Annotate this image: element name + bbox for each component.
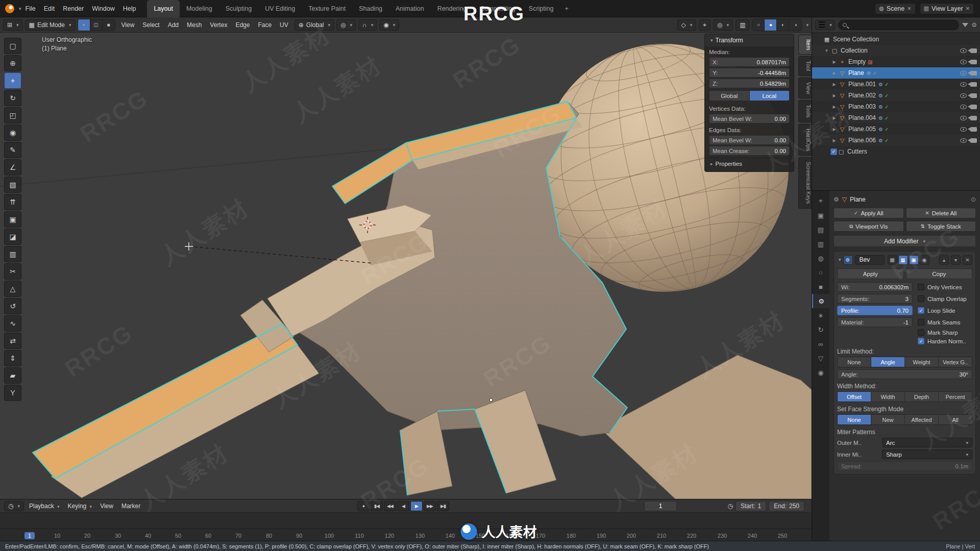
workspace-tab-texture-paint[interactable]: Texture Paint <box>302 0 352 17</box>
editor-type-selector[interactable]: ⊞ ▾ <box>3 19 23 31</box>
end-frame-field[interactable]: End:250 <box>769 501 804 511</box>
segments-field[interactable]: Segments:3 <box>837 294 913 304</box>
properties-tab-physics[interactable]: ↻ <box>812 322 829 337</box>
tool-rotate[interactable]: ↻ <box>4 90 21 106</box>
outliner-item-plane-001[interactable]: ▶ ▽ Plane.001 ⚙✓ <box>812 79 980 90</box>
toggle-stack-button[interactable]: ⇅ Toggle Stack <box>906 221 976 232</box>
transport-jump-first[interactable]: ▮◀ <box>371 501 383 511</box>
properties-tab-world[interactable]: ○ <box>812 265 829 280</box>
close-icon[interactable]: ✕ <box>907 6 911 11</box>
transform-panel-header[interactable]: ▾ Transform <box>705 34 794 46</box>
transport-play[interactable]: ▶ <box>410 501 423 511</box>
properties-tab-object[interactable]: ■ <box>812 280 829 294</box>
timeline-menu-view[interactable]: View <box>96 500 117 512</box>
modifier-toggle-on-cage[interactable]: ▩ <box>888 255 897 265</box>
current-frame-field[interactable]: 1 <box>644 501 677 511</box>
properties-tab-tool[interactable]: ⌖ <box>812 194 829 208</box>
viewport-vis-button[interactable]: ⧉ Viewport Vis <box>834 221 904 232</box>
checkbox-icon[interactable] <box>918 284 924 290</box>
transport-play-reverse[interactable]: ◀ <box>397 501 409 511</box>
disable-render-icon[interactable] <box>970 127 977 132</box>
disable-render-icon[interactable] <box>970 105 977 109</box>
width-method-depth[interactable]: Depth <box>905 392 939 402</box>
angle-field[interactable]: Angle: 30° <box>837 369 972 379</box>
checkbox-icon[interactable] <box>918 295 924 302</box>
timeline-menu-marker[interactable]: Marker <box>117 500 144 512</box>
breadcrumb-object-name[interactable]: Plane <box>850 196 866 203</box>
median-z-field[interactable]: Z:0.54829m <box>709 79 790 88</box>
shading-material[interactable]: ◐ <box>777 19 789 31</box>
vp-menu-view[interactable]: View <box>117 19 139 31</box>
check-mark-s-harp[interactable]: Mark S​harp <box>918 329 972 336</box>
tool-loop-cut[interactable]: ▥ <box>4 246 21 262</box>
checkbox-icon[interactable]: ✓ <box>918 338 924 344</box>
menu-render[interactable]: Render <box>59 3 88 14</box>
workspace-tab-compositing[interactable]: Compositing <box>473 0 522 17</box>
gear-icon[interactable]: ⚙ <box>971 21 977 29</box>
width-method-width[interactable]: Width <box>871 392 905 402</box>
properties-tab-constraints[interactable]: ∞ <box>812 337 829 351</box>
tool-cursor[interactable]: ⊕ <box>4 55 21 71</box>
check-harden-norm[interactable]: ✓Harden Norm.. <box>918 338 972 344</box>
tool-inset-faces[interactable]: ▣ <box>4 211 21 228</box>
check-loop-slide[interactable]: ✓Loop Slide <box>918 307 972 314</box>
outliner-item-scene-collection[interactable]: ▦ Scene Collection <box>812 34 980 45</box>
collection-checkbox[interactable]: ✓ <box>830 148 837 155</box>
tool-extrude-region[interactable]: ⇈ <box>4 194 21 210</box>
vp-menu-uv[interactable]: UV <box>276 19 292 31</box>
tool-poly-build[interactable]: △ <box>4 281 21 297</box>
checkbox-icon[interactable] <box>918 319 924 325</box>
select-mode-face[interactable]: ■ <box>103 19 115 31</box>
timeline-menu-playback[interactable]: Playback ▾ <box>25 500 64 512</box>
inner-miter-dropdown[interactable]: Sharp ▾ <box>882 449 972 459</box>
width-method-percent[interactable]: Percent <box>939 392 972 402</box>
properties-tab-object-data[interactable]: ▽ <box>812 351 829 365</box>
disable-render-icon[interactable] <box>970 93 977 98</box>
properties-tab-particles[interactable]: ∗ <box>812 308 829 322</box>
local-button[interactable]: Local <box>750 91 790 101</box>
viewport-3d[interactable]: User Orthographic (1) Plane ▢⊕+↻◰◉✎∠▧⇈▣◪… <box>0 33 812 499</box>
outliner-search-input[interactable] <box>838 20 959 30</box>
face-strength-none[interactable]: None <box>838 415 871 424</box>
filter-icon[interactable] <box>962 23 968 27</box>
menu-help[interactable]: Help <box>119 3 140 14</box>
outliner-item-plane-005[interactable]: ▶ ▽ Plane.005 ⚙✓ <box>812 123 980 135</box>
properties-tab-output[interactable]: ▤ <box>812 222 829 237</box>
modifier-name-field[interactable]: Bev <box>855 255 885 265</box>
npanel-tab-screencast-keys[interactable]: Screencast Keys <box>798 157 812 209</box>
tool-shear[interactable]: ▰ <box>4 367 21 384</box>
outliner-item-empty[interactable]: ▶ + Empty ▨ <box>812 56 980 67</box>
properties-tab-material[interactable]: ◉ <box>812 365 829 380</box>
tool-knife[interactable]: ✂ <box>4 263 21 280</box>
check-mark-seams[interactable]: Mark Seams <box>918 319 972 325</box>
check-only-vertices[interactable]: Only Vertices <box>918 284 972 290</box>
add-workspace-button[interactable]: + <box>560 5 573 12</box>
global-button[interactable]: Global <box>709 91 750 101</box>
workspace-tab-modeling[interactable]: Modeling <box>180 0 219 17</box>
view-layer-selector[interactable]: ▥ View Layer ✕ <box>920 3 974 14</box>
npanel-tab-view[interactable]: View <box>798 78 812 99</box>
transport-next-keyframe[interactable]: ▶▶ <box>424 501 436 511</box>
properties-tab-render[interactable]: ▣ <box>812 208 829 222</box>
close-icon[interactable]: ✕ <box>966 6 970 11</box>
object-visibility-dropdown[interactable]: ◇ ▾ <box>677 19 697 31</box>
add-modifier-dropdown[interactable]: Add Modifier ▾ <box>834 235 976 247</box>
hide-viewport-icon[interactable] <box>960 138 967 143</box>
hide-viewport-icon[interactable] <box>960 105 967 109</box>
current-frame-indicator[interactable]: 1 <box>24 532 35 539</box>
limit-vertex-g[interactable]: Vertex G.. <box>939 357 972 367</box>
workspace-tab-shading[interactable]: Shading <box>352 0 389 17</box>
profile-field[interactable]: Profile:0.70 <box>837 306 913 315</box>
properties-tab-view-layer[interactable]: ▥ <box>812 237 829 251</box>
limit-angle[interactable]: Angle <box>871 357 905 367</box>
disable-render-icon[interactable] <box>970 48 977 53</box>
hide-viewport-icon[interactable] <box>960 93 967 98</box>
properties-panel-collapsed[interactable]: ▸ Properties <box>705 158 794 169</box>
menu-window[interactable]: Window <box>88 3 118 14</box>
npanel-tab-tool[interactable]: Tool <box>798 56 812 76</box>
outliner-item-collection[interactable]: ▼ ▢ Collection <box>812 45 980 56</box>
move-up-button[interactable]: ▴ <box>939 255 949 265</box>
checkbox-icon[interactable] <box>918 329 924 336</box>
limit-none[interactable]: None <box>838 357 871 367</box>
move-down-button[interactable]: ▾ <box>951 255 961 265</box>
